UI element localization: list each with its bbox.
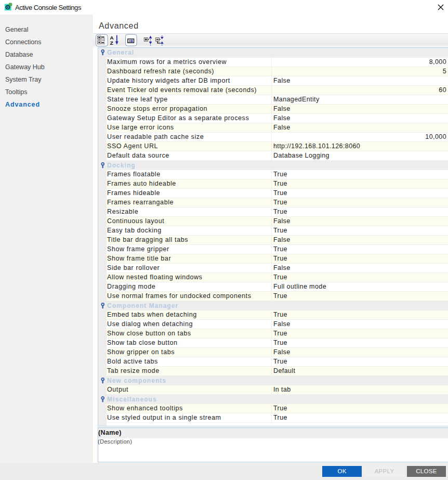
svg-text:Z: Z <box>110 40 113 46</box>
